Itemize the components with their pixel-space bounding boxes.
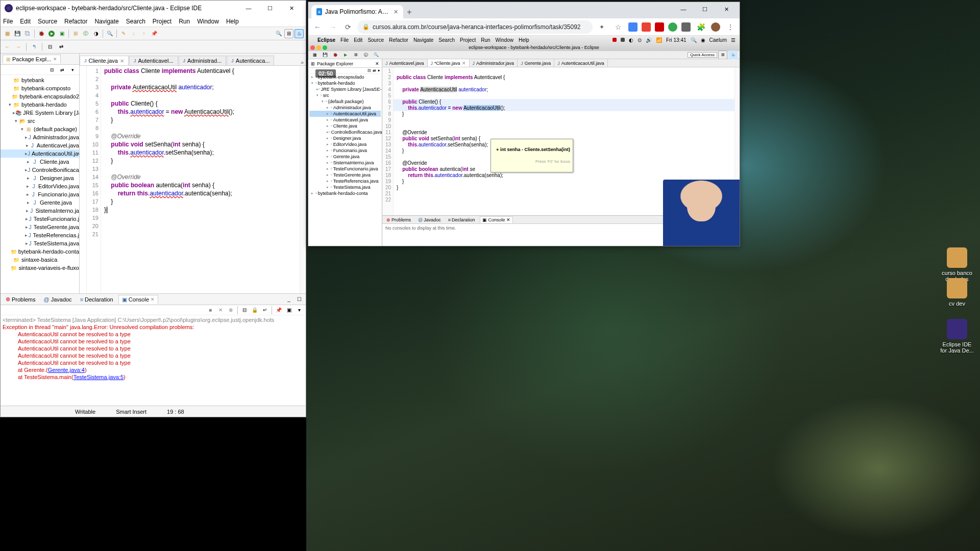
terminate-icon[interactable]: ■ <box>206 306 215 315</box>
extension-icon[interactable] <box>681 22 691 32</box>
tree-item[interactable]: ▸JSistemaInterno.ja <box>1 207 79 215</box>
pin-console-icon[interactable]: 📌 <box>274 306 283 315</box>
new-class-icon[interactable]: Ⓒ <box>81 29 90 38</box>
minimize-button[interactable]: — <box>238 2 259 14</box>
menu-file[interactable]: File <box>3 18 13 25</box>
remove-launch-icon[interactable]: ✕ <box>216 306 225 315</box>
menu-refactor[interactable]: Refactor <box>64 18 87 25</box>
view-menu-icon[interactable]: ▾ <box>68 65 77 74</box>
editor-tab[interactable]: JAutenticaca... <box>227 56 274 65</box>
collapse-icon[interactable]: ⊟ <box>45 42 55 52</box>
maximize-button[interactable]: ☐ <box>260 2 280 14</box>
profile-avatar[interactable] <box>711 22 720 32</box>
forward-nav-icon[interactable]: → <box>14 42 23 52</box>
marker-bar[interactable] <box>80 66 87 293</box>
extension-icon[interactable] <box>655 22 664 32</box>
clear-console-icon[interactable]: ⊟ <box>240 306 249 315</box>
display-console-icon[interactable]: ▣ <box>284 306 293 315</box>
run-icon[interactable]: ▶ <box>47 29 56 38</box>
tree-item[interactable]: ▸JAutenticacaoUtil.java <box>1 149 79 158</box>
overview-ruler[interactable] <box>300 66 306 293</box>
code-editor[interactable]: public class Cliente implements Autentic… <box>101 66 300 293</box>
tree-item[interactable]: 📁bytebank <box>1 76 79 84</box>
tree-item[interactable]: ▸JAutenticavel.java <box>1 141 79 149</box>
chrome-close-button[interactable]: ✕ <box>716 3 737 15</box>
next-annotation-icon[interactable]: ↓ <box>129 29 138 38</box>
prev-annotation-icon[interactable]: ↑ <box>139 29 149 38</box>
collapse-all-icon[interactable]: ⊟ <box>47 65 57 74</box>
tree-item[interactable]: ▸JTesteGerente.java <box>1 223 79 231</box>
link-editor-icon[interactable]: ⇄ <box>58 65 67 74</box>
menu-window[interactable]: Window <box>197 18 219 25</box>
remove-all-icon[interactable]: ⊗ <box>226 306 235 315</box>
tree-item[interactable]: ▸JDesigner.java <box>1 174 79 182</box>
extension-icon[interactable] <box>668 22 677 32</box>
open-console-icon[interactable]: ▾ <box>295 306 304 315</box>
tree-item[interactable]: ▾📂src <box>1 117 79 125</box>
console-tab[interactable]: ▣Console ✕ <box>118 295 158 304</box>
search-tb-icon[interactable]: 🔍 <box>105 29 114 38</box>
tree-item[interactable]: ▸JCliente.java <box>1 158 79 166</box>
new-tab-button[interactable]: + <box>403 6 415 18</box>
close-tab-icon[interactable]: ✕ <box>394 9 398 15</box>
tree-item[interactable]: ▾⊞(default package) <box>1 125 79 133</box>
bookmark-icon[interactable]: ☆ <box>612 21 624 33</box>
menu-edit[interactable]: Edit <box>20 18 31 25</box>
javadoc-tab[interactable]: @Javadoc <box>40 295 75 304</box>
menu-navigate[interactable]: Navigate <box>94 18 118 25</box>
chrome-tabstrip[interactable]: a Java Polimorfismo: Aula 7 - Ativ ✕ + —… <box>308 2 740 18</box>
editor-tab[interactable]: JAdministrad... <box>179 56 227 65</box>
tree-item[interactable]: ▸JTesteReferencias.j <box>1 231 79 239</box>
open-type-icon[interactable]: ◑ <box>91 29 101 38</box>
tree-item[interactable]: 📁bytebank-composto <box>1 84 79 92</box>
tree-item[interactable]: ▸JTesteFuncionario.j <box>1 215 79 223</box>
minimize-view-icon[interactable]: _ <box>284 295 293 304</box>
more-tabs-icon[interactable]: » <box>299 59 306 65</box>
desktop-icon[interactable]: curso banco de dados <box>939 247 975 282</box>
java-perspective-icon[interactable]: ♨ <box>295 29 304 38</box>
close-view-icon[interactable]: ✕ <box>53 57 57 62</box>
declaration-tab[interactable]: ≡Declaration <box>77 295 116 304</box>
package-explorer-tab[interactable]: ⊞ Package Expl... ✕ <box>3 55 61 63</box>
forward-button[interactable]: → <box>327 21 339 33</box>
tree-item[interactable]: ▸JTesteSistema.java <box>1 239 79 247</box>
toggle-mark-icon[interactable]: ✎ <box>119 29 128 38</box>
tree-item[interactable]: 📁sintaxe-basica <box>1 256 79 264</box>
save-all-icon[interactable]: ⿻ <box>23 29 32 38</box>
close-button[interactable]: ✕ <box>281 2 302 14</box>
console-output[interactable]: <terminated> TesteSistema [Java Applicat… <box>1 315 306 406</box>
tree-item[interactable]: ▸JEditorVideo.java <box>1 182 79 190</box>
desktop-icon[interactable]: Eclipse IDE for Java De... <box>939 319 975 354</box>
extension-icon[interactable] <box>628 22 638 32</box>
back-nav-icon[interactable]: ← <box>3 42 12 52</box>
view-site-info-icon[interactable]: ✦ <box>596 21 608 33</box>
browser-tab[interactable]: a Java Polimorfismo: Aula 7 - Ativ ✕ <box>311 5 403 18</box>
reload-button[interactable]: ⟳ <box>342 21 354 33</box>
word-wrap-icon[interactable]: ↵ <box>260 306 270 315</box>
browser-viewport[interactable]: EclipseFileEditSourceRefactorNavigateSea… <box>308 36 740 246</box>
maximize-view-icon[interactable]: ☐ <box>295 295 304 304</box>
problems-tab[interactable]: ⊗Problems <box>3 295 38 304</box>
tree-item[interactable]: ▸JFuncionario.java <box>1 190 79 198</box>
address-bar[interactable]: 🔒 cursos.alura.com.br/course/java-heranc… <box>357 20 593 34</box>
desktop-icon[interactable]: cv dev <box>939 278 975 307</box>
tree-item[interactable]: 📁bytebank-herdado-conta <box>1 247 79 256</box>
last-edit-icon[interactable]: ↰ <box>30 42 39 52</box>
close-tab-icon[interactable]: ✕ <box>151 297 155 302</box>
titlebar[interactable]: eclipse-workspace - bytebank-herdado/src… <box>1 1 306 16</box>
pin-icon[interactable]: 📌 <box>150 29 159 38</box>
link-icon[interactable]: ⇄ <box>57 42 66 52</box>
menu-project[interactable]: Project <box>153 18 172 25</box>
tree-item[interactable]: 📁sintaxe-variaveis-e-fluxo <box>1 264 79 272</box>
tree-item[interactable]: ▸JAdministrador.java <box>1 133 79 141</box>
new-icon[interactable]: ▦ <box>3 29 12 38</box>
chrome-maximize-button[interactable]: ☐ <box>695 3 715 15</box>
tree-item[interactable]: ▾📁bytebank-herdado <box>1 101 79 109</box>
debug-icon[interactable]: 🐞 <box>37 29 46 38</box>
menu-help[interactable]: Help <box>226 18 239 25</box>
editor-tab[interactable]: JCliente.java✕ <box>80 56 129 65</box>
editor-tab[interactable]: JAutenticavel... <box>129 56 178 65</box>
back-button[interactable]: ← <box>311 21 324 33</box>
new-package-icon[interactable]: ⊞ <box>71 29 80 38</box>
tree-item[interactable]: 📁bytebank-encapsulado2 <box>1 92 79 101</box>
